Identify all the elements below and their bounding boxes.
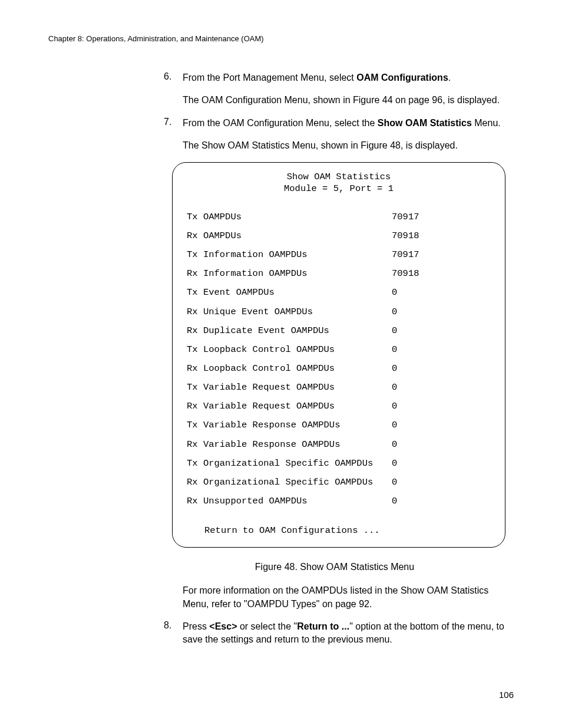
figure-title: Show OAM Statistics xyxy=(187,171,491,183)
stat-label: Tx Variable Request OAMPDUs xyxy=(187,381,392,393)
stat-label: Rx Unsupported OAMPDUs xyxy=(187,495,392,507)
stat-value: 0 xyxy=(392,306,491,318)
stat-row: Rx Unsupported OAMPDUs0 xyxy=(187,495,491,507)
stat-rows-container: Tx OAMPDUs70917Rx OAMPDUs70918Tx Informa… xyxy=(187,211,491,507)
stat-label: Tx Loopback Control OAMPDUs xyxy=(187,344,392,355)
stat-value: 0 xyxy=(392,457,491,469)
stat-label: Tx OAMPDUs xyxy=(187,211,392,223)
stat-row: Rx OAMPDUs70918 xyxy=(187,230,491,242)
stat-label: Rx Duplicate Event OAMPDUs xyxy=(187,325,392,337)
step-number: 8. xyxy=(164,620,183,647)
stat-row: Rx Organizational Specific OAMPDUs0 xyxy=(187,476,491,488)
text: From the OAM Configuration Menu, select … xyxy=(183,118,378,128)
text: or select the " xyxy=(237,621,297,631)
stat-label: Rx Information OAMPDUs xyxy=(187,268,392,279)
text: Press xyxy=(183,621,209,631)
bold-text: Return to ... xyxy=(297,621,349,631)
step-number: 7. xyxy=(164,117,183,130)
stat-row: Rx Information OAMPDUs70918 xyxy=(187,268,491,279)
stat-value: 70918 xyxy=(392,230,491,242)
stat-value: 0 xyxy=(392,381,491,393)
step-text: Press <Esc> or select the "Return to ...… xyxy=(183,620,505,647)
stat-value: 0 xyxy=(392,325,491,337)
chapter-header: Chapter 8: Operations, Administration, a… xyxy=(48,34,514,43)
text: . xyxy=(448,73,451,83)
step-7: 7. From the OAM Configuration Menu, sele… xyxy=(164,117,505,130)
figure-return: Return to OAM Configurations ... xyxy=(204,525,491,536)
stat-label: Rx Loopback Control OAMPDUs xyxy=(187,363,392,374)
step-6: 6. From the Port Management Menu, select… xyxy=(164,71,505,84)
step-text: From the OAM Configuration Menu, select … xyxy=(183,117,505,130)
stat-row: Tx Loopback Control OAMPDUs0 xyxy=(187,344,491,355)
stat-value: 0 xyxy=(392,344,491,355)
stat-value: 70918 xyxy=(392,268,491,279)
bold-text: <Esc> xyxy=(209,621,237,631)
step-number: 6. xyxy=(164,71,183,84)
stat-value: 0 xyxy=(392,476,491,488)
stat-row: Tx Organizational Specific OAMPDUs0 xyxy=(187,457,491,469)
stat-row: Rx Variable Response OAMPDUs0 xyxy=(187,439,491,450)
stat-row: Tx Event OAMPDUs0 xyxy=(187,286,491,298)
stat-value: 70917 xyxy=(392,249,491,261)
main-content: 6. From the Port Management Menu, select… xyxy=(164,71,505,647)
stat-value: 0 xyxy=(392,419,491,431)
text: Menu. xyxy=(472,118,501,128)
bold-text: Show OAM Statistics xyxy=(378,118,472,128)
stat-label: Rx Variable Request OAMPDUs xyxy=(187,400,392,412)
stat-label: Tx Event OAMPDUs xyxy=(187,286,392,298)
stat-value: 0 xyxy=(392,363,491,374)
step-6-sub: The OAM Configuration Menu, shown in Fig… xyxy=(183,94,505,107)
stat-value: 0 xyxy=(392,439,491,450)
bold-text: OAM Configurations xyxy=(356,73,448,83)
text: From the Port Management Menu, select xyxy=(183,73,356,83)
stat-value: 0 xyxy=(392,286,491,298)
step-7-sub: The Show OAM Statistics Menu, shown in F… xyxy=(183,139,505,152)
stat-value: 0 xyxy=(392,400,491,412)
figure-caption: Figure 48. Show OAM Statistics Menu xyxy=(164,562,505,572)
stat-row: Rx Unique Event OAMPDUs0 xyxy=(187,306,491,318)
step-8: 8. Press <Esc> or select the "Return to … xyxy=(164,620,505,647)
stat-row: Rx Variable Request OAMPDUs0 xyxy=(187,400,491,412)
page-number: 106 xyxy=(499,690,514,700)
stat-label: Tx Organizational Specific OAMPDUs xyxy=(187,457,392,469)
figure-box: Show OAM Statistics Module = 5, Port = 1… xyxy=(172,162,505,548)
stat-row: Tx Information OAMPDUs70917 xyxy=(187,249,491,261)
stat-label: Rx Variable Response OAMPDUs xyxy=(187,439,392,450)
stat-label: Rx Unique Event OAMPDUs xyxy=(187,306,392,318)
stat-label: Tx Information OAMPDUs xyxy=(187,249,392,261)
stat-row: Tx Variable Request OAMPDUs0 xyxy=(187,381,491,393)
stat-label: Rx OAMPDUs xyxy=(187,230,392,242)
post-figure-para: For more information on the OAMPDUs list… xyxy=(183,584,505,611)
stat-label: Rx Organizational Specific OAMPDUs xyxy=(187,476,392,488)
stat-row: Rx Loopback Control OAMPDUs0 xyxy=(187,363,491,374)
stat-value: 70917 xyxy=(392,211,491,223)
stat-value: 0 xyxy=(392,495,491,507)
step-text: From the Port Management Menu, select OA… xyxy=(183,71,505,84)
stat-row: Tx Variable Response OAMPDUs0 xyxy=(187,419,491,431)
stat-row: Tx OAMPDUs70917 xyxy=(187,211,491,223)
stat-row: Rx Duplicate Event OAMPDUs0 xyxy=(187,325,491,337)
figure-subtitle: Module = 5, Port = 1 xyxy=(187,183,491,195)
stat-label: Tx Variable Response OAMPDUs xyxy=(187,419,392,431)
